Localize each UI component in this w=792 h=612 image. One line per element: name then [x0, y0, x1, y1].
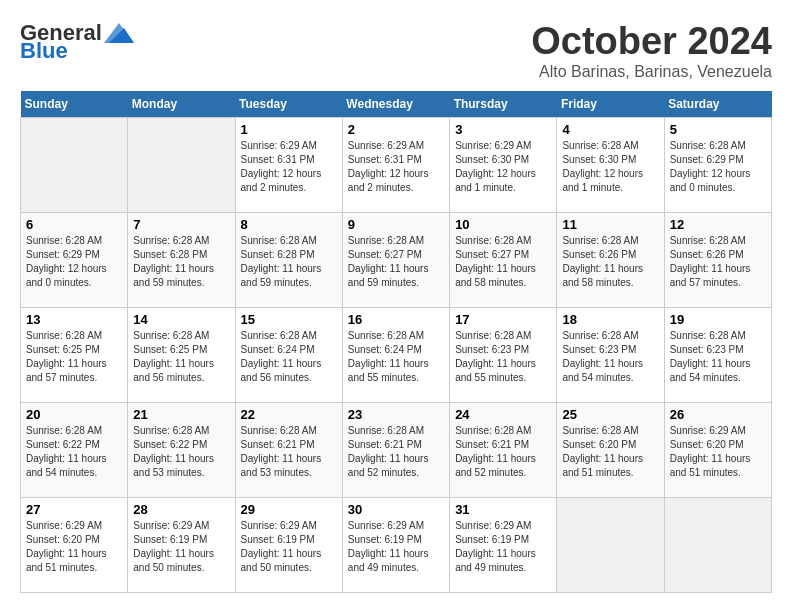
calendar-cell: 31Sunrise: 6:29 AM Sunset: 6:19 PM Dayli… [450, 498, 557, 593]
day-number: 3 [455, 122, 551, 137]
day-info: Sunrise: 6:29 AM Sunset: 6:20 PM Dayligh… [670, 424, 766, 480]
day-info: Sunrise: 6:29 AM Sunset: 6:30 PM Dayligh… [455, 139, 551, 195]
day-info: Sunrise: 6:28 AM Sunset: 6:22 PM Dayligh… [26, 424, 122, 480]
day-info: Sunrise: 6:28 AM Sunset: 6:28 PM Dayligh… [241, 234, 337, 290]
day-number: 8 [241, 217, 337, 232]
calendar-cell: 11Sunrise: 6:28 AM Sunset: 6:26 PM Dayli… [557, 213, 664, 308]
day-info: Sunrise: 6:28 AM Sunset: 6:29 PM Dayligh… [670, 139, 766, 195]
day-number: 9 [348, 217, 444, 232]
day-info: Sunrise: 6:28 AM Sunset: 6:26 PM Dayligh… [670, 234, 766, 290]
day-info: Sunrise: 6:28 AM Sunset: 6:23 PM Dayligh… [670, 329, 766, 385]
day-info: Sunrise: 6:28 AM Sunset: 6:27 PM Dayligh… [455, 234, 551, 290]
calendar-cell: 16Sunrise: 6:28 AM Sunset: 6:24 PM Dayli… [342, 308, 449, 403]
calendar-cell: 24Sunrise: 6:28 AM Sunset: 6:21 PM Dayli… [450, 403, 557, 498]
calendar-cell: 21Sunrise: 6:28 AM Sunset: 6:22 PM Dayli… [128, 403, 235, 498]
day-info: Sunrise: 6:28 AM Sunset: 6:27 PM Dayligh… [348, 234, 444, 290]
day-number: 25 [562, 407, 658, 422]
calendar-cell: 27Sunrise: 6:29 AM Sunset: 6:20 PM Dayli… [21, 498, 128, 593]
day-info: Sunrise: 6:28 AM Sunset: 6:30 PM Dayligh… [562, 139, 658, 195]
day-info: Sunrise: 6:29 AM Sunset: 6:31 PM Dayligh… [348, 139, 444, 195]
weekday-header-saturday: Saturday [664, 91, 771, 118]
weekday-header-tuesday: Tuesday [235, 91, 342, 118]
calendar-cell: 26Sunrise: 6:29 AM Sunset: 6:20 PM Dayli… [664, 403, 771, 498]
day-info: Sunrise: 6:29 AM Sunset: 6:19 PM Dayligh… [241, 519, 337, 575]
calendar-cell: 29Sunrise: 6:29 AM Sunset: 6:19 PM Dayli… [235, 498, 342, 593]
day-number: 28 [133, 502, 229, 517]
day-number: 21 [133, 407, 229, 422]
weekday-header-row: SundayMondayTuesdayWednesdayThursdayFrid… [21, 91, 772, 118]
week-row-2: 6Sunrise: 6:28 AM Sunset: 6:29 PM Daylig… [21, 213, 772, 308]
title-section: October 2024 Alto Barinas, Barinas, Vene… [531, 20, 772, 81]
day-info: Sunrise: 6:29 AM Sunset: 6:19 PM Dayligh… [348, 519, 444, 575]
day-number: 16 [348, 312, 444, 327]
day-info: Sunrise: 6:28 AM Sunset: 6:26 PM Dayligh… [562, 234, 658, 290]
day-number: 11 [562, 217, 658, 232]
day-number: 17 [455, 312, 551, 327]
day-number: 6 [26, 217, 122, 232]
calendar-cell: 1Sunrise: 6:29 AM Sunset: 6:31 PM Daylig… [235, 118, 342, 213]
calendar-table: SundayMondayTuesdayWednesdayThursdayFrid… [20, 91, 772, 593]
day-info: Sunrise: 6:28 AM Sunset: 6:25 PM Dayligh… [133, 329, 229, 385]
calendar-cell: 14Sunrise: 6:28 AM Sunset: 6:25 PM Dayli… [128, 308, 235, 403]
day-info: Sunrise: 6:28 AM Sunset: 6:23 PM Dayligh… [562, 329, 658, 385]
calendar-cell: 17Sunrise: 6:28 AM Sunset: 6:23 PM Dayli… [450, 308, 557, 403]
logo: General Blue [20, 20, 134, 64]
day-info: Sunrise: 6:28 AM Sunset: 6:28 PM Dayligh… [133, 234, 229, 290]
calendar-cell: 18Sunrise: 6:28 AM Sunset: 6:23 PM Dayli… [557, 308, 664, 403]
weekday-header-friday: Friday [557, 91, 664, 118]
calendar-cell: 8Sunrise: 6:28 AM Sunset: 6:28 PM Daylig… [235, 213, 342, 308]
day-info: Sunrise: 6:29 AM Sunset: 6:31 PM Dayligh… [241, 139, 337, 195]
day-info: Sunrise: 6:28 AM Sunset: 6:21 PM Dayligh… [241, 424, 337, 480]
calendar-cell: 5Sunrise: 6:28 AM Sunset: 6:29 PM Daylig… [664, 118, 771, 213]
day-info: Sunrise: 6:29 AM Sunset: 6:19 PM Dayligh… [455, 519, 551, 575]
day-number: 15 [241, 312, 337, 327]
logo-blue: Blue [20, 38, 68, 64]
day-number: 20 [26, 407, 122, 422]
day-number: 10 [455, 217, 551, 232]
day-info: Sunrise: 6:28 AM Sunset: 6:20 PM Dayligh… [562, 424, 658, 480]
day-number: 4 [562, 122, 658, 137]
month-title: October 2024 [531, 20, 772, 63]
week-row-3: 13Sunrise: 6:28 AM Sunset: 6:25 PM Dayli… [21, 308, 772, 403]
day-number: 30 [348, 502, 444, 517]
day-number: 31 [455, 502, 551, 517]
calendar-cell: 3Sunrise: 6:29 AM Sunset: 6:30 PM Daylig… [450, 118, 557, 213]
weekday-header-sunday: Sunday [21, 91, 128, 118]
week-row-4: 20Sunrise: 6:28 AM Sunset: 6:22 PM Dayli… [21, 403, 772, 498]
weekday-header-wednesday: Wednesday [342, 91, 449, 118]
calendar-cell: 25Sunrise: 6:28 AM Sunset: 6:20 PM Dayli… [557, 403, 664, 498]
day-info: Sunrise: 6:28 AM Sunset: 6:29 PM Dayligh… [26, 234, 122, 290]
calendar-cell [557, 498, 664, 593]
calendar-cell: 23Sunrise: 6:28 AM Sunset: 6:21 PM Dayli… [342, 403, 449, 498]
calendar-cell [664, 498, 771, 593]
calendar-cell [128, 118, 235, 213]
calendar-cell: 30Sunrise: 6:29 AM Sunset: 6:19 PM Dayli… [342, 498, 449, 593]
location-title: Alto Barinas, Barinas, Venezuela [531, 63, 772, 81]
day-number: 14 [133, 312, 229, 327]
logo-icon [104, 23, 134, 43]
calendar-cell: 2Sunrise: 6:29 AM Sunset: 6:31 PM Daylig… [342, 118, 449, 213]
day-number: 5 [670, 122, 766, 137]
week-row-5: 27Sunrise: 6:29 AM Sunset: 6:20 PM Dayli… [21, 498, 772, 593]
calendar-cell [21, 118, 128, 213]
day-number: 7 [133, 217, 229, 232]
day-info: Sunrise: 6:29 AM Sunset: 6:20 PM Dayligh… [26, 519, 122, 575]
day-info: Sunrise: 6:28 AM Sunset: 6:25 PM Dayligh… [26, 329, 122, 385]
calendar-cell: 19Sunrise: 6:28 AM Sunset: 6:23 PM Dayli… [664, 308, 771, 403]
day-number: 27 [26, 502, 122, 517]
day-number: 18 [562, 312, 658, 327]
day-number: 22 [241, 407, 337, 422]
day-number: 24 [455, 407, 551, 422]
week-row-1: 1Sunrise: 6:29 AM Sunset: 6:31 PM Daylig… [21, 118, 772, 213]
calendar-cell: 12Sunrise: 6:28 AM Sunset: 6:26 PM Dayli… [664, 213, 771, 308]
calendar-cell: 15Sunrise: 6:28 AM Sunset: 6:24 PM Dayli… [235, 308, 342, 403]
page-header: General Blue October 2024 Alto Barinas, … [20, 20, 772, 81]
weekday-header-monday: Monday [128, 91, 235, 118]
day-number: 19 [670, 312, 766, 327]
calendar-cell: 6Sunrise: 6:28 AM Sunset: 6:29 PM Daylig… [21, 213, 128, 308]
calendar-cell: 13Sunrise: 6:28 AM Sunset: 6:25 PM Dayli… [21, 308, 128, 403]
day-info: Sunrise: 6:29 AM Sunset: 6:19 PM Dayligh… [133, 519, 229, 575]
calendar-cell: 7Sunrise: 6:28 AM Sunset: 6:28 PM Daylig… [128, 213, 235, 308]
weekday-header-thursday: Thursday [450, 91, 557, 118]
calendar-cell: 28Sunrise: 6:29 AM Sunset: 6:19 PM Dayli… [128, 498, 235, 593]
